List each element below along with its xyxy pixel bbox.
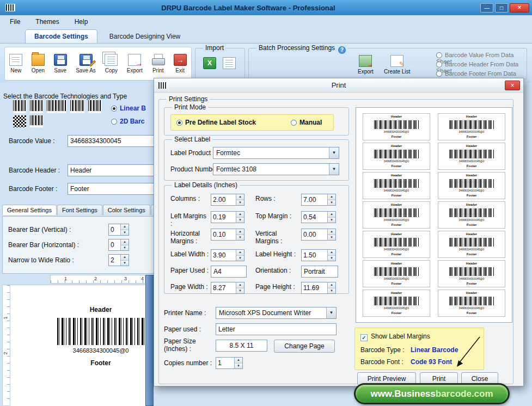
help-icon[interactable]: ? bbox=[338, 46, 346, 54]
spinner-field[interactable]: 11.69▲▼ bbox=[301, 282, 336, 294]
barcode-sample-icon[interactable] bbox=[47, 100, 66, 113]
toolbar-print[interactable]: Print bbox=[151, 54, 164, 73]
copies-stepper[interactable]: 1▲▼ bbox=[216, 357, 243, 369]
stepper-down-icon[interactable]: ▼ bbox=[121, 230, 129, 236]
stepper-down-icon[interactable]: ▼ bbox=[121, 245, 129, 251]
stepper-down-icon[interactable]: ▼ bbox=[328, 200, 335, 206]
stepper-buttons[interactable]: ▲▼ bbox=[236, 250, 244, 261]
spinner-field[interactable]: 0.54▲▼ bbox=[301, 211, 336, 223]
bearer-vertical-stepper[interactable]: 0▲▼ bbox=[108, 224, 129, 236]
stepper-up-icon[interactable]: ▲ bbox=[121, 255, 129, 261]
dialog-close-button[interactable]: × bbox=[505, 81, 520, 90]
checkbox-checked-icon[interactable]: ✓ bbox=[360, 334, 368, 341]
dropdown-arrow-icon[interactable]: ▼ bbox=[329, 164, 339, 175]
stepper-up-icon[interactable]: ▲ bbox=[235, 358, 242, 364]
paper-used-field[interactable]: Letter bbox=[216, 323, 337, 335]
spinner-field[interactable]: 1.50▲▼ bbox=[301, 249, 336, 261]
menu-file[interactable]: File bbox=[10, 18, 20, 26]
radio-icon[interactable] bbox=[111, 119, 117, 125]
linear-barcode-option[interactable]: Linear B bbox=[111, 104, 146, 112]
toolbar-exit[interactable]: Exit bbox=[174, 54, 187, 73]
import-document-icon[interactable] bbox=[223, 57, 236, 69]
stepper-buttons[interactable]: ▲▼ bbox=[236, 212, 244, 223]
stepper-buttons[interactable]: ▲▼ bbox=[327, 194, 335, 205]
2d-barcode-option[interactable]: 2D Barc bbox=[111, 118, 144, 125]
menu-help[interactable]: Help bbox=[75, 18, 88, 26]
stepper-buttons[interactable]: ▲▼ bbox=[234, 358, 242, 368]
narrow-wide-ratio-stepper[interactable]: 2▲▼ bbox=[108, 254, 129, 266]
barcode-footer-input[interactable]: Footer bbox=[68, 183, 159, 195]
dropdown-arrow-icon[interactable]: ▼ bbox=[329, 147, 339, 158]
stepper-up-icon[interactable]: ▲ bbox=[328, 250, 335, 256]
stepper-down-icon[interactable]: ▼ bbox=[236, 288, 244, 294]
stepper-down-icon[interactable]: ▼ bbox=[328, 256, 335, 261]
toolbar-new[interactable]: New bbox=[9, 54, 22, 73]
spinner-field[interactable]: 0.00▲▼ bbox=[301, 229, 336, 241]
barcode-sample-icon[interactable] bbox=[30, 115, 43, 127]
maximize-button[interactable]: □ bbox=[495, 3, 508, 13]
manual-option[interactable]: Manual bbox=[291, 119, 322, 126]
stepper-up-icon[interactable]: ▲ bbox=[236, 194, 244, 200]
toolbar-copy[interactable]: Copy bbox=[105, 54, 118, 73]
spinner-field[interactable]: 2.00▲▼ bbox=[211, 194, 244, 206]
spinner-field[interactable]: 0.19▲▼ bbox=[211, 211, 244, 223]
text-field[interactable]: A4 bbox=[211, 266, 247, 278]
toolbar-open[interactable]: Open bbox=[32, 54, 45, 73]
tab-font-settings[interactable]: Font Settings bbox=[57, 205, 102, 215]
stepper-buttons[interactable]: ▲▼ bbox=[120, 255, 129, 266]
stepper-buttons[interactable]: ▲▼ bbox=[327, 212, 335, 223]
radio-icon[interactable] bbox=[436, 61, 442, 67]
stepper-down-icon[interactable]: ▼ bbox=[236, 218, 244, 223]
barcode-header-input[interactable]: Header bbox=[68, 164, 159, 176]
show-margins-option[interactable]: ✓Show Label Margins bbox=[360, 333, 430, 341]
window-close-button[interactable]: × bbox=[510, 3, 529, 13]
predefine-option[interactable]: Pre Define Label Stock bbox=[176, 119, 256, 126]
stepper-up-icon[interactable]: ▲ bbox=[121, 239, 129, 245]
stepper-up-icon[interactable]: ▲ bbox=[236, 250, 244, 256]
stepper-up-icon[interactable]: ▲ bbox=[236, 212, 244, 218]
text-field[interactable]: Portrait bbox=[301, 266, 338, 278]
tab-general-settings[interactable]: General Settings bbox=[2, 205, 57, 215]
stepper-up-icon[interactable]: ▲ bbox=[328, 229, 335, 235]
stepper-buttons[interactable]: ▲▼ bbox=[120, 224, 129, 235]
stepper-down-icon[interactable]: ▼ bbox=[236, 235, 244, 241]
stepper-buttons[interactable]: ▲▼ bbox=[327, 250, 335, 261]
barcode-sample-icon[interactable] bbox=[13, 100, 26, 113]
product-number-select[interactable]: Formtec 3108▼ bbox=[213, 163, 339, 175]
batch-export[interactable]: Export bbox=[358, 55, 374, 75]
excel-sheet-icon[interactable] bbox=[203, 57, 216, 69]
stepper-down-icon[interactable]: ▼ bbox=[236, 256, 244, 261]
toolbar-save-as[interactable]: Save As bbox=[76, 54, 96, 73]
batch-create-list[interactable]: Create List bbox=[384, 55, 410, 75]
radio-icon[interactable] bbox=[436, 71, 442, 77]
tab-barcode-designing-view[interactable]: Barcode Designing View bbox=[101, 30, 189, 43]
spinner-field[interactable]: 3.90▲▼ bbox=[211, 249, 244, 261]
stepper-buttons[interactable]: ▲▼ bbox=[236, 194, 244, 205]
stepper-buttons[interactable]: ▲▼ bbox=[120, 239, 129, 250]
barcode-sample-icon[interactable] bbox=[88, 100, 101, 113]
label-product-select[interactable]: Formtec▼ bbox=[213, 147, 339, 159]
stepper-buttons[interactable]: ▲▼ bbox=[236, 282, 244, 293]
stepper-down-icon[interactable]: ▼ bbox=[235, 364, 242, 369]
vertical-scrollbar[interactable] bbox=[145, 275, 154, 406]
stepper-up-icon[interactable]: ▲ bbox=[236, 229, 244, 235]
spinner-field[interactable]: 7.00▲▼ bbox=[301, 194, 336, 206]
radio-icon[interactable] bbox=[291, 120, 297, 126]
radio-icon[interactable] bbox=[176, 120, 182, 126]
stepper-down-icon[interactable]: ▼ bbox=[236, 200, 244, 206]
stepper-up-icon[interactable]: ▲ bbox=[328, 282, 335, 288]
stepper-buttons[interactable]: ▲▼ bbox=[327, 282, 335, 293]
stepper-down-icon[interactable]: ▼ bbox=[328, 288, 335, 294]
bearer-horizontal-stepper[interactable]: 0▲▼ bbox=[108, 239, 129, 251]
tab-color-settings[interactable]: Color Settings bbox=[103, 205, 150, 215]
radio-icon[interactable] bbox=[436, 52, 442, 58]
toolbar-export[interactable]: Export bbox=[127, 54, 143, 73]
stepper-up-icon[interactable]: ▲ bbox=[121, 224, 129, 230]
stepper-up-icon[interactable]: ▲ bbox=[328, 194, 335, 200]
stepper-down-icon[interactable]: ▼ bbox=[121, 261, 129, 266]
stepper-down-icon[interactable]: ▼ bbox=[328, 218, 335, 223]
radio-icon[interactable] bbox=[111, 106, 117, 112]
stepper-up-icon[interactable]: ▲ bbox=[236, 282, 244, 288]
brand-badge[interactable]: www.Businessbarcode.com bbox=[354, 383, 510, 404]
change-page-button[interactable]: Change Page bbox=[274, 340, 335, 353]
